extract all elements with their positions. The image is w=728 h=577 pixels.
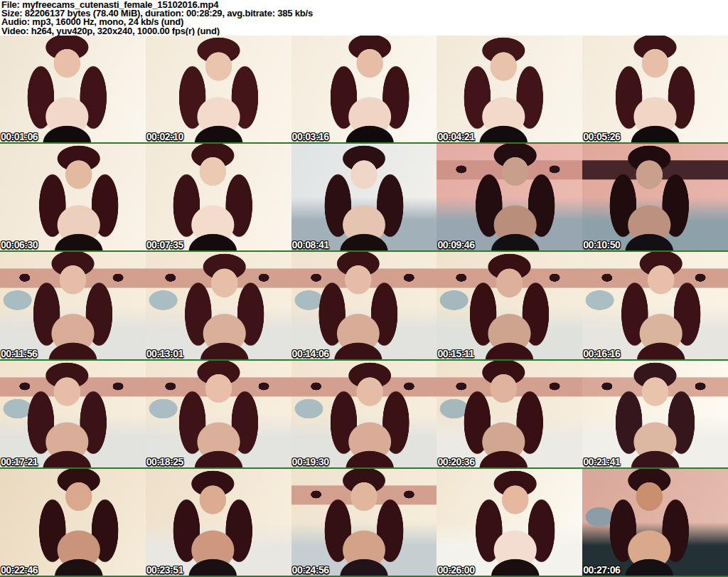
timestamp-overlay: 00:14:06 bbox=[292, 349, 329, 359]
thumbnail-grid: 00:01:06 00:02:10 00:03:16 00:04:21 00:0… bbox=[0, 36, 728, 577]
video-thumbnail: 00:26:00 bbox=[437, 469, 582, 577]
timestamp-overlay: 00:13:01 bbox=[146, 349, 183, 359]
timestamp-overlay: 00:22:46 bbox=[1, 565, 38, 575]
timestamp-overlay: 00:06:30 bbox=[1, 240, 38, 250]
video-thumbnail: 00:14:06 bbox=[291, 252, 437, 360]
timestamp-overlay: 00:21:41 bbox=[583, 457, 620, 467]
video-thumbnail: 00:16:16 bbox=[582, 252, 728, 360]
timestamp-overlay: 00:24:56 bbox=[292, 565, 329, 575]
timestamp-overlay: 00:09:46 bbox=[437, 240, 474, 250]
video-thumbnail: 00:09:46 bbox=[437, 144, 582, 252]
timestamp-overlay: 00:03:16 bbox=[292, 132, 329, 142]
timestamp-overlay: 00:20:36 bbox=[437, 457, 474, 467]
video-thumbnail: 00:19:30 bbox=[291, 361, 437, 469]
video-thumbnail: 00:20:36 bbox=[437, 361, 582, 469]
video-thumbnail: 00:07:35 bbox=[146, 144, 291, 252]
timestamp-overlay: 00:19:30 bbox=[292, 457, 329, 467]
timestamp-overlay: 00:16:16 bbox=[583, 349, 620, 359]
video-thumbnail: 00:18:25 bbox=[146, 361, 291, 469]
video-thumbnail: 00:06:30 bbox=[0, 144, 146, 252]
timestamp-overlay: 00:02:10 bbox=[146, 132, 183, 142]
video-thumbnail: 00:01:06 bbox=[0, 36, 146, 144]
video-thumbnail: 00:15:11 bbox=[437, 252, 582, 360]
video-thumbnail: 00:17:21 bbox=[0, 361, 146, 469]
timestamp-overlay: 00:10:50 bbox=[583, 240, 620, 250]
video-thumbnail: 00:22:46 bbox=[0, 469, 146, 577]
video-thumbnail: 00:10:50 bbox=[582, 144, 728, 252]
contact-sheet: File: myfreecams_cutenasti_female_151020… bbox=[0, 0, 728, 577]
timestamp-overlay: 00:07:35 bbox=[146, 240, 183, 250]
video-thumbnail: 00:04:21 bbox=[437, 36, 582, 144]
video-thumbnail: 00:02:10 bbox=[146, 36, 291, 144]
timestamp-overlay: 00:01:06 bbox=[1, 132, 38, 142]
video-thumbnail: 00:08:41 bbox=[291, 144, 437, 252]
video-thumbnail: 00:27:06 bbox=[582, 469, 728, 577]
timestamp-overlay: 00:15:11 bbox=[437, 349, 473, 359]
timestamp-overlay: 00:11:56 bbox=[1, 349, 37, 359]
video-thumbnail: 00:24:56 bbox=[291, 469, 437, 577]
timestamp-overlay: 00:27:06 bbox=[583, 565, 620, 575]
timestamp-overlay: 00:05:26 bbox=[583, 132, 620, 142]
file-info-header: File: myfreecams_cutenasti_female_151020… bbox=[0, 0, 728, 36]
video-thumbnail: 00:23:51 bbox=[146, 469, 291, 577]
timestamp-overlay: 00:08:41 bbox=[292, 240, 329, 250]
timestamp-overlay: 00:18:25 bbox=[146, 457, 183, 467]
timestamp-overlay: 00:23:51 bbox=[146, 565, 183, 575]
timestamp-overlay: 00:17:21 bbox=[1, 457, 38, 467]
video-thumbnail: 00:03:16 bbox=[291, 36, 437, 144]
video-thumbnail: 00:21:41 bbox=[582, 361, 728, 469]
timestamp-overlay: 00:04:21 bbox=[437, 132, 474, 142]
video-thumbnail: 00:13:01 bbox=[146, 252, 291, 360]
video-thumbnail: 00:05:26 bbox=[582, 36, 728, 144]
timestamp-overlay: 00:26:00 bbox=[437, 565, 474, 575]
video-thumbnail: 00:11:56 bbox=[0, 252, 146, 360]
video-info-line: Video: h264, yuv420p, 320x240, 1000.00 f… bbox=[1, 27, 728, 36]
